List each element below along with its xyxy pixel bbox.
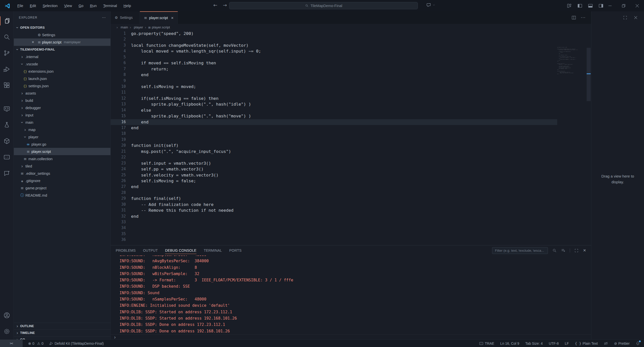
defold-kit-icon[interactable] bbox=[0, 133, 14, 149]
menu-item[interactable]: Edit bbox=[26, 3, 39, 9]
sidebar-section-header[interactable]: › OUTLINE bbox=[14, 323, 110, 329]
breadcrumb-item[interactable]: player bbox=[128, 25, 143, 29]
code-line[interactable]: 1 go.property("speed", 200) bbox=[111, 31, 557, 36]
explorer-more-actions[interactable]: ··· bbox=[102, 16, 106, 19]
toggle-primary-sidebar-icon[interactable] bbox=[577, 3, 583, 9]
editor-tab[interactable]: Settings bbox=[111, 11, 140, 24]
code-line[interactable]: 14 else bbox=[111, 107, 557, 113]
tree-item[interactable]: debugger bbox=[14, 104, 110, 111]
close-tab-icon[interactable]: ✕ bbox=[171, 16, 174, 20]
tree-item[interactable]: tiled bbox=[14, 162, 110, 170]
code-line[interactable]: 16 end bbox=[111, 119, 557, 125]
code-editor[interactable]: 1 go.property("speed", 200) 2 3 local fu… bbox=[111, 31, 591, 245]
clear-console-icon[interactable] bbox=[561, 248, 566, 253]
copilot-disabled-status[interactable] bbox=[604, 341, 608, 345]
code-line[interactable]: 8 end bbox=[111, 72, 557, 78]
testing-icon[interactable] bbox=[0, 117, 14, 133]
tree-item[interactable]: main.collection bbox=[14, 155, 110, 162]
tree-item[interactable]: .vscode bbox=[14, 60, 110, 68]
close-editor-icon[interactable]: ✕ bbox=[29, 40, 36, 44]
explorer-icon[interactable] bbox=[0, 13, 14, 29]
code-line[interactable]: 27 end bbox=[111, 184, 557, 190]
tree-item[interactable]: build bbox=[14, 97, 110, 104]
code-line[interactable]: 9 bbox=[111, 78, 557, 84]
split-editor-icon[interactable] bbox=[571, 15, 576, 20]
copilot-button[interactable] bbox=[426, 2, 435, 8]
breadcrumb-item[interactable]: main bbox=[115, 25, 128, 29]
code-line[interactable]: 34 bbox=[111, 225, 557, 231]
open-remote-window-button[interactable]: >< bbox=[0, 340, 23, 347]
tree-item[interactable]: assets bbox=[14, 90, 110, 97]
workspace-root-header[interactable]: › TILEMAPDEMO-FINAL bbox=[14, 46, 110, 53]
sidebar-section-header[interactable]: › GO bbox=[14, 336, 110, 339]
search-icon[interactable] bbox=[0, 29, 14, 45]
chat-icon[interactable] bbox=[0, 165, 14, 181]
minimap[interactable]: go.property("speed", 200) local function… bbox=[557, 47, 586, 97]
command-center-search[interactable]: TileMapDemo-Final bbox=[229, 2, 418, 9]
maximize-panel-icon[interactable] bbox=[574, 248, 579, 253]
eol-status[interactable]: LF bbox=[565, 341, 569, 345]
close-panel-icon[interactable]: ✕ bbox=[583, 248, 586, 253]
run-and-debug-icon[interactable] bbox=[0, 61, 14, 77]
tree-item[interactable]: player.script bbox=[14, 148, 110, 155]
editor-tab[interactable]: player.script ✕ bbox=[140, 11, 178, 24]
panel-tab[interactable]: DEBUG CONSOLE bbox=[165, 245, 196, 255]
menu-item[interactable]: Help bbox=[120, 3, 134, 9]
debug-console-input[interactable]: › bbox=[111, 334, 591, 339]
toggle-secondary-sidebar-icon[interactable] bbox=[598, 3, 604, 9]
code-line[interactable]: 2 bbox=[111, 36, 557, 42]
notifications-bell[interactable] bbox=[636, 341, 640, 345]
code-line[interactable]: 22 bbox=[111, 154, 557, 160]
code-line[interactable]: 17 end bbox=[111, 125, 557, 131]
code-line[interactable]: 19 bbox=[111, 137, 557, 143]
encoding-status[interactable]: UTF-8 bbox=[549, 341, 559, 345]
menu-item[interactable]: Go bbox=[75, 3, 87, 9]
panel-tab[interactable]: PORTS bbox=[229, 245, 242, 255]
tab-size-status[interactable]: Tab Size: 4 bbox=[525, 341, 543, 345]
tree-item[interactable]: .gitignore bbox=[14, 177, 110, 184]
menu-item[interactable]: File bbox=[14, 3, 26, 9]
close-icon[interactable] bbox=[633, 15, 638, 20]
code-line[interactable]: 31 -- Remove this function if not needed bbox=[111, 207, 557, 213]
code-line[interactable]: 32 end bbox=[111, 213, 557, 219]
tree-item[interactable]: main bbox=[14, 119, 110, 126]
open-editor-item[interactable]: ✕ player.script main\player bbox=[14, 38, 110, 46]
code-line[interactable]: 24 self.pp = vmath.vector3() bbox=[111, 166, 557, 172]
code-line[interactable]: 7 return; bbox=[111, 66, 557, 72]
code-line[interactable]: 18 bbox=[111, 131, 557, 137]
restore-button[interactable] bbox=[617, 0, 630, 11]
trae-status[interactable]: TRAE bbox=[479, 341, 494, 346]
code-line[interactable]: 3 local function changeMoveState(self, m… bbox=[111, 42, 557, 48]
language-mode-status[interactable]: { } Plain Text bbox=[575, 341, 598, 345]
tree-item[interactable]: README.md bbox=[14, 192, 110, 199]
customize-layout-icon[interactable] bbox=[567, 3, 572, 9]
cursor-position-status[interactable]: Ln 16, Col 9 bbox=[500, 341, 519, 345]
editor-scrollbar[interactable] bbox=[587, 47, 591, 245]
panel-tab[interactable]: PROBLEMS bbox=[116, 245, 136, 255]
tree-item[interactable]: .editor_settings bbox=[14, 170, 110, 177]
close-window-button[interactable] bbox=[630, 0, 644, 11]
code-line[interactable]: 21 msg.post(".", "acquire_input_focus") bbox=[111, 149, 557, 154]
breadcrumb-item[interactable]: player.script bbox=[143, 25, 170, 29]
panel-tab[interactable]: OUTPUT bbox=[143, 245, 158, 255]
remote-explorer-icon[interactable] bbox=[0, 101, 14, 117]
tree-item[interactable]: input bbox=[14, 111, 110, 119]
code-line[interactable]: 20 function init(self) bbox=[111, 143, 557, 148]
menu-item[interactable]: View bbox=[61, 3, 75, 9]
extensions-icon[interactable] bbox=[0, 77, 14, 93]
code-line[interactable]: 30 -- Add finalization code here bbox=[111, 202, 557, 207]
panel-tab[interactable]: TERMINAL bbox=[204, 245, 222, 255]
tree-item[interactable]: settings.json bbox=[14, 82, 110, 90]
menu-item[interactable]: Run bbox=[87, 3, 100, 9]
code-line[interactable]: 36 bbox=[111, 237, 557, 243]
menu-item[interactable]: Terminal bbox=[100, 3, 120, 9]
code-line[interactable]: 11 bbox=[111, 90, 557, 95]
code-line[interactable]: 29 function final(self) bbox=[111, 196, 557, 201]
open-editors-header[interactable]: › OPEN EDITORS bbox=[14, 24, 110, 31]
settings-gear-icon[interactable] bbox=[0, 323, 14, 339]
accounts-icon[interactable] bbox=[0, 307, 14, 323]
tree-item[interactable]: player.go bbox=[14, 141, 110, 148]
code-line[interactable]: 12 if(self.isMoving == false) then bbox=[111, 96, 557, 101]
source-control-icon[interactable] bbox=[0, 45, 14, 61]
more-actions-icon[interactable]: ··· bbox=[581, 15, 586, 20]
